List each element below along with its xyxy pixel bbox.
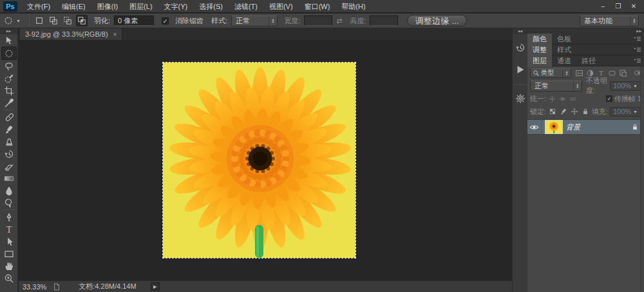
menu-filter[interactable]: 滤镜(T) xyxy=(229,0,263,13)
subtract-selection-button[interactable] xyxy=(62,15,73,26)
minimize-button[interactable]: – xyxy=(596,2,609,11)
unify-position-icon[interactable] xyxy=(549,95,556,102)
close-tab-icon[interactable]: × xyxy=(113,31,117,38)
canvas-area[interactable] xyxy=(19,40,512,280)
document-tab[interactable]: 3-92.jpg @ 33.3%(RGB/8) × xyxy=(20,28,122,40)
unify-visibility-icon[interactable] xyxy=(559,95,566,102)
lock-pixels-icon[interactable] xyxy=(560,108,567,115)
photoshop-logo: Ps xyxy=(3,1,17,12)
panel-menu-icon[interactable] xyxy=(633,46,641,54)
adjustments-panel-group: 调整 样式 xyxy=(527,44,644,55)
tab-paths[interactable]: 路径 xyxy=(576,55,601,66)
blend-mode-dropdown[interactable]: 正常 ▲▼ xyxy=(530,81,582,92)
filter-smart-objects-icon[interactable] xyxy=(619,69,627,77)
zoom-tool[interactable] xyxy=(1,272,17,284)
layer-visibility-toggle[interactable] xyxy=(527,119,542,135)
height-input[interactable] xyxy=(370,15,398,26)
unify-style-icon[interactable] xyxy=(569,95,576,102)
intersect-selection-button[interactable] xyxy=(76,15,88,26)
opacity-field[interactable]: 100% ▼ xyxy=(610,81,641,91)
feather-input[interactable]: 0 像素 xyxy=(114,15,154,26)
menu-view[interactable]: 视图(V) xyxy=(263,0,299,13)
healing-brush-icon xyxy=(4,112,14,122)
history-panel-button[interactable] xyxy=(513,39,527,56)
properties-panel-button[interactable] xyxy=(513,90,527,107)
propagate-frame-label: 传播帧 1 xyxy=(614,94,641,104)
hand-tool[interactable] xyxy=(1,260,17,272)
new-selection-button[interactable] xyxy=(33,15,45,26)
antialias-label: 消除锯齿 xyxy=(175,16,204,26)
menu-select[interactable]: 选择(S) xyxy=(193,0,229,13)
divider xyxy=(29,15,30,26)
layer-filter-dropdown[interactable]: 类型 ▲▼ xyxy=(530,68,571,78)
lock-transparency-icon[interactable] xyxy=(549,108,556,115)
tab-swatches[interactable]: 色板 xyxy=(552,34,576,44)
dodge-tool[interactable] xyxy=(1,197,17,209)
workspace-dropdown[interactable]: 基本功能 ▲▼ xyxy=(580,15,639,26)
feather-label: 羽化: xyxy=(94,16,110,26)
clone-stamp-tool[interactable] xyxy=(1,135,17,148)
blur-tool[interactable] xyxy=(1,184,17,197)
zoom-level-field[interactable]: 33.33% xyxy=(23,283,46,291)
eraser-tool[interactable] xyxy=(1,160,17,172)
history-panel-icon xyxy=(515,43,526,53)
lock-all-icon[interactable] xyxy=(582,108,589,115)
tab-layers[interactable]: 图层 xyxy=(527,55,552,66)
lasso-tool[interactable] xyxy=(1,60,17,72)
spinner-arrows-icon: ▲▼ xyxy=(562,69,571,77)
swap-dimensions-icon[interactable]: ⇄ xyxy=(336,17,342,25)
menu-edit[interactable]: 编辑(E) xyxy=(56,0,91,13)
play-panel-button[interactable] xyxy=(513,61,527,78)
tool-options-bar: ▼ 羽化: 0 像素 ✓ 消除锯齿 样式: 正常 ▲▼ 宽度: ⇄ 高度: 调整… xyxy=(0,14,644,28)
menu-image[interactable]: 图像(I) xyxy=(91,0,124,13)
crop-tool[interactable] xyxy=(1,84,17,97)
brush-tool[interactable] xyxy=(1,123,17,135)
tab-channels[interactable]: 通道 xyxy=(552,55,576,66)
elliptical-marquee-tool[interactable] xyxy=(1,46,17,60)
spot-healing-brush-tool[interactable] xyxy=(1,111,17,123)
filter-pixel-layers-icon[interactable] xyxy=(575,69,583,77)
lock-position-icon[interactable] xyxy=(571,108,578,115)
menu-type[interactable]: 文字(Y) xyxy=(158,0,194,13)
filter-shape-layers-icon[interactable] xyxy=(608,69,616,77)
eraser-icon xyxy=(4,161,14,171)
gradient-tool[interactable] xyxy=(1,172,17,184)
tab-styles[interactable]: 样式 xyxy=(552,44,576,55)
rectangle-tool[interactable] xyxy=(1,248,17,260)
history-brush-icon xyxy=(4,149,14,159)
current-tool-dropdown[interactable]: ▼ xyxy=(0,16,25,25)
tab-adjustments[interactable]: 调整 xyxy=(527,44,552,55)
menu-help[interactable]: 帮助(H) xyxy=(336,0,371,13)
collapse-tools-icon[interactable]: ▶▶ xyxy=(0,28,17,34)
panel-menu-icon[interactable] xyxy=(633,35,641,43)
width-input[interactable] xyxy=(304,15,332,26)
antialias-checkbox[interactable]: ✓ xyxy=(162,17,169,24)
tab-color[interactable]: 颜色 xyxy=(527,34,552,44)
propagate-frame-checkbox[interactable]: ✓ xyxy=(606,95,612,102)
fill-field[interactable]: 100% ▼ xyxy=(610,107,641,117)
type-tool[interactable]: T xyxy=(1,223,17,235)
history-brush-tool[interactable] xyxy=(1,148,17,160)
pen-tool[interactable] xyxy=(1,211,17,223)
panel-menu-icon[interactable] xyxy=(633,57,641,65)
color-panel-group: 颜色 色板 xyxy=(527,34,644,44)
eyedropper-tool[interactable] xyxy=(1,97,17,109)
menu-window[interactable]: 窗口(W) xyxy=(299,0,336,13)
properties-panel-icon xyxy=(515,93,526,104)
status-flyout-button[interactable]: ▶ xyxy=(151,282,160,291)
style-dropdown[interactable]: 正常 ▲▼ xyxy=(231,15,278,26)
tools-panel: ▶▶ T xyxy=(0,28,18,292)
panel-scrollbar[interactable] xyxy=(640,66,644,292)
document-image[interactable] xyxy=(163,63,355,258)
expand-dock-icon[interactable]: ◀◀ xyxy=(513,28,527,34)
add-selection-button[interactable] xyxy=(48,15,59,26)
menu-layer[interactable]: 图层(L) xyxy=(124,0,158,13)
refine-edge-button[interactable]: 调整边缘 ... xyxy=(407,15,466,26)
layer-row-background[interactable]: 背景 xyxy=(527,119,644,135)
close-button[interactable]: ✕ xyxy=(627,2,640,11)
quick-selection-tool[interactable] xyxy=(1,72,17,84)
restore-button[interactable]: ❐ xyxy=(612,2,625,11)
menu-file[interactable]: 文件(F) xyxy=(21,0,56,13)
path-selection-tool[interactable] xyxy=(1,235,17,248)
move-tool[interactable] xyxy=(1,34,17,46)
